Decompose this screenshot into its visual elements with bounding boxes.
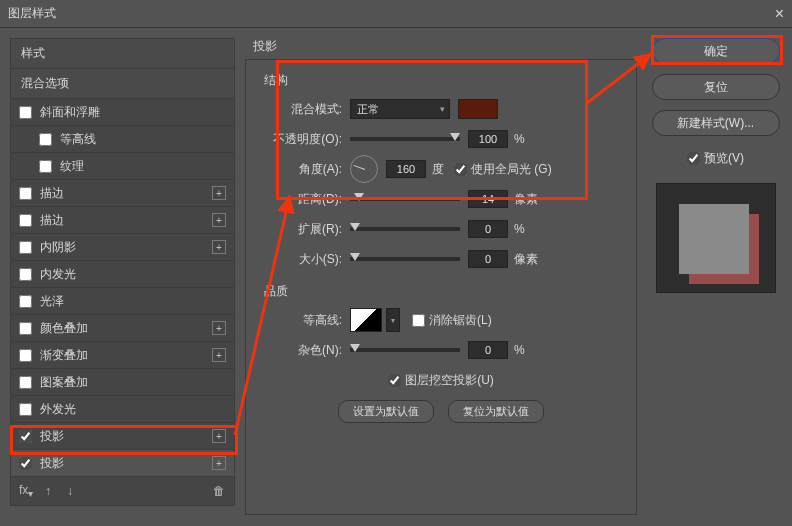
- sidebar-item[interactable]: 内发光: [11, 261, 234, 288]
- sidebar-item-checkbox[interactable]: [19, 268, 32, 281]
- preview-thumbnail: [656, 183, 776, 293]
- antialias-checkbox[interactable]: [412, 314, 425, 327]
- move-down-icon[interactable]: ↓: [63, 484, 77, 498]
- size-input[interactable]: [468, 250, 508, 268]
- sidebar-item-checkbox[interactable]: [19, 457, 32, 470]
- noise-label: 杂色(N):: [260, 342, 350, 359]
- antialias-label: 消除锯齿(L): [429, 312, 492, 329]
- sidebar-item-label: 图案叠加: [40, 374, 88, 391]
- sidebar-item-checkbox[interactable]: [19, 430, 32, 443]
- sidebar-item[interactable]: 图案叠加: [11, 369, 234, 396]
- contour-dropdown-icon[interactable]: ▾: [386, 308, 400, 332]
- dialog-title: 图层样式: [8, 5, 56, 22]
- trash-icon[interactable]: 🗑: [212, 484, 226, 498]
- angle-dial[interactable]: [350, 155, 378, 183]
- spread-input[interactable]: [468, 220, 508, 238]
- sidebar-item-label: 描边: [40, 212, 64, 229]
- sidebar-item-label: 光泽: [40, 293, 64, 310]
- sidebar-item[interactable]: 外发光: [11, 396, 234, 423]
- sidebar-item-label: 描边: [40, 185, 64, 202]
- plus-icon[interactable]: +: [212, 348, 226, 362]
- contour-label: 等高线:: [260, 312, 350, 329]
- knockout-checkbox[interactable]: [388, 374, 401, 387]
- sidebar-item[interactable]: 投影+: [11, 450, 234, 477]
- sidebar-item-checkbox[interactable]: [39, 160, 52, 173]
- reset-default-button[interactable]: 复位为默认值: [448, 400, 544, 423]
- preview-label: 预览(V): [704, 150, 744, 167]
- sidebar-item-label: 斜面和浮雕: [40, 104, 100, 121]
- plus-icon[interactable]: +: [212, 240, 226, 254]
- sidebar-item-label: 渐变叠加: [40, 347, 88, 364]
- plus-icon[interactable]: +: [212, 429, 226, 443]
- plus-icon[interactable]: +: [212, 213, 226, 227]
- sidebar-item-label: 外发光: [40, 401, 76, 418]
- sidebar-item[interactable]: 渐变叠加+: [11, 342, 234, 369]
- sidebar-item-label: 内发光: [40, 266, 76, 283]
- sidebar-item[interactable]: 内阴影+: [11, 234, 234, 261]
- sidebar-item-checkbox[interactable]: [19, 295, 32, 308]
- sidebar-item[interactable]: 投影+: [11, 423, 234, 450]
- sidebar-item-checkbox[interactable]: [39, 133, 52, 146]
- distance-input[interactable]: [468, 190, 508, 208]
- set-default-button[interactable]: 设置为默认值: [338, 400, 434, 423]
- noise-unit: %: [514, 343, 525, 357]
- sidebar-blend-options[interactable]: 混合选项: [11, 69, 234, 99]
- sidebar-item-label: 内阴影: [40, 239, 76, 256]
- sidebar-item-checkbox[interactable]: [19, 322, 32, 335]
- plus-icon[interactable]: +: [212, 456, 226, 470]
- sidebar-item-checkbox[interactable]: [19, 349, 32, 362]
- angle-label: 角度(A):: [260, 161, 350, 178]
- sidebar-item[interactable]: 描边+: [11, 180, 234, 207]
- opacity-input[interactable]: [468, 130, 508, 148]
- opacity-slider[interactable]: [350, 137, 460, 141]
- sidebar-header: 样式: [11, 39, 234, 69]
- global-light-label: 使用全局光 (G): [471, 161, 552, 178]
- sidebar-item-label: 等高线: [60, 131, 96, 148]
- sidebar-item[interactable]: 纹理: [11, 153, 234, 180]
- blend-mode-label: 混合模式:: [260, 101, 350, 118]
- sidebar-item-checkbox[interactable]: [19, 241, 32, 254]
- fx-icon[interactable]: fx▾: [19, 483, 33, 499]
- spread-label: 扩展(R):: [260, 221, 350, 238]
- sidebar-item[interactable]: 描边+: [11, 207, 234, 234]
- sidebar-item-label: 投影: [40, 428, 64, 445]
- sidebar-item-checkbox[interactable]: [19, 106, 32, 119]
- preview-checkbox[interactable]: [687, 152, 700, 165]
- sidebar-item-checkbox[interactable]: [19, 403, 32, 416]
- sidebar-item[interactable]: 斜面和浮雕: [11, 99, 234, 126]
- sidebar-item-checkbox[interactable]: [19, 187, 32, 200]
- close-icon[interactable]: ×: [775, 5, 784, 23]
- contour-swatch[interactable]: [350, 308, 382, 332]
- sidebar-item-checkbox[interactable]: [19, 376, 32, 389]
- knockout-label: 图层挖空投影(U): [405, 372, 494, 389]
- distance-unit: 像素: [514, 191, 538, 208]
- angle-input[interactable]: [386, 160, 426, 178]
- sidebar-item-checkbox[interactable]: [19, 214, 32, 227]
- distance-label: 距离(D):: [260, 191, 350, 208]
- new-style-button[interactable]: 新建样式(W)...: [652, 110, 780, 136]
- global-light-checkbox[interactable]: [454, 163, 467, 176]
- size-slider[interactable]: [350, 257, 460, 261]
- ok-button[interactable]: 确定: [652, 38, 780, 64]
- angle-unit: 度: [432, 161, 444, 178]
- sidebar-item[interactable]: 颜色叠加+: [11, 315, 234, 342]
- shadow-color-swatch[interactable]: [458, 99, 498, 119]
- sidebar-item-label: 投影: [40, 455, 64, 472]
- noise-input[interactable]: [468, 341, 508, 359]
- blend-mode-dropdown[interactable]: 正常: [350, 99, 450, 119]
- spread-slider[interactable]: [350, 227, 460, 231]
- group-quality: 品质: [264, 283, 622, 300]
- sidebar-item[interactable]: 光泽: [11, 288, 234, 315]
- spread-unit: %: [514, 222, 525, 236]
- sidebar-item[interactable]: 等高线: [11, 126, 234, 153]
- plus-icon[interactable]: +: [212, 321, 226, 335]
- distance-slider[interactable]: [350, 197, 460, 201]
- size-label: 大小(S):: [260, 251, 350, 268]
- opacity-unit: %: [514, 132, 525, 146]
- panel-title: 投影: [253, 38, 637, 55]
- plus-icon[interactable]: +: [212, 186, 226, 200]
- cancel-button[interactable]: 复位: [652, 74, 780, 100]
- move-up-icon[interactable]: ↑: [41, 484, 55, 498]
- noise-slider[interactable]: [350, 348, 460, 352]
- sidebar-item-label: 纹理: [60, 158, 84, 175]
